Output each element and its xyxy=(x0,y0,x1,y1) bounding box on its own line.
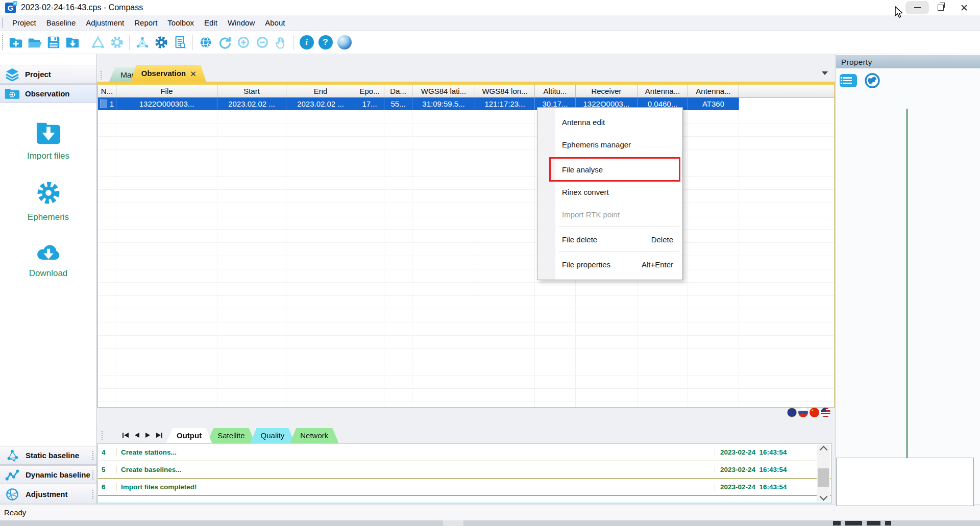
google-earth-icon[interactable] xyxy=(335,33,354,52)
menubar-grip[interactable] xyxy=(2,18,4,28)
menu-window[interactable]: Window xyxy=(223,18,260,27)
menu-item-file-delete[interactable]: File deleteDelete xyxy=(555,228,682,251)
globe-icon[interactable] xyxy=(864,72,880,89)
menu-project[interactable]: Project xyxy=(7,18,41,27)
sidebar-button-adjustment[interactable]: Adjustment xyxy=(0,485,96,504)
grid-line xyxy=(217,110,217,407)
column-header-da-[interactable]: Da... xyxy=(384,85,412,97)
process-gear-icon[interactable] xyxy=(152,33,170,52)
sidebar-button-dynamic-baseline[interactable]: Dynamic baseline xyxy=(0,465,96,484)
tabrow-grip[interactable] xyxy=(100,70,102,80)
menu-item-label: Antenna edit xyxy=(562,118,605,127)
scroll-down-icon[interactable] xyxy=(819,493,827,501)
close-tab-icon[interactable] xyxy=(190,71,195,76)
column-header-n-[interactable]: N... xyxy=(98,85,116,97)
observation-label: Observation xyxy=(25,89,70,98)
info-icon[interactable]: i xyxy=(297,33,316,52)
scrollbar-thumb[interactable] xyxy=(818,468,829,487)
menu-item-ephemeris-manager[interactable]: Ephemeris manager xyxy=(555,133,682,156)
log-nav-last-icon[interactable] xyxy=(153,433,165,438)
toolbar-grip[interactable] xyxy=(2,35,4,50)
zoom-in-icon[interactable] xyxy=(234,33,253,52)
sidebar-tool-ephemeris[interactable]: Ephemeris xyxy=(0,179,96,222)
grid-line xyxy=(355,110,355,407)
sidebar-bottom-buttons: Static baselineDynamic baselineAdjustmen… xyxy=(0,445,96,504)
tab-observation[interactable]: Observation xyxy=(131,65,206,82)
menu-adjustment[interactable]: Adjustment xyxy=(81,18,129,27)
cell-da-: 55... xyxy=(384,97,412,110)
cell-value: 17... xyxy=(362,99,377,108)
new-project-icon[interactable] xyxy=(6,33,25,52)
sidebar-panel-project[interactable]: Project xyxy=(0,65,96,84)
column-header-file[interactable]: File xyxy=(116,85,217,97)
column-header-start[interactable]: Start xyxy=(217,85,286,97)
sidebar-panel-observation[interactable]: Observation xyxy=(0,84,96,103)
grid-line xyxy=(286,110,286,407)
property-panel-header: Property xyxy=(836,55,980,68)
refresh-icon[interactable] xyxy=(215,33,234,52)
save-project-icon[interactable] xyxy=(44,33,63,52)
sidebar-tool-download[interactable]: Download xyxy=(0,240,96,279)
sidebar-button-static-baseline[interactable]: Static baseline xyxy=(0,446,96,465)
list-icon[interactable] xyxy=(840,74,857,87)
import-files-icon[interactable] xyxy=(63,33,82,52)
folder-gear-icon xyxy=(4,87,20,100)
column-header-end[interactable]: End xyxy=(286,85,355,97)
column-header-altitu-[interactable]: Altitu... xyxy=(535,85,576,97)
log-row-message: Create stations... xyxy=(116,448,715,456)
column-header-wgs84-lon-[interactable]: WGS84 lon... xyxy=(475,85,535,97)
log-row: 6Import files completed!2023-02-24 16:43… xyxy=(98,479,831,496)
cell-value: 31:09:59.5... xyxy=(422,99,464,108)
log-nav-first-icon[interactable] xyxy=(119,433,132,438)
log-row: 4Create stations...2023-02-24 16:43:54 xyxy=(98,444,831,461)
sidebar-tool-import-files[interactable]: Import files xyxy=(0,120,96,161)
tab-overflow-caret-icon[interactable] xyxy=(822,71,828,75)
project-label: Project xyxy=(25,70,51,79)
tab-quality[interactable]: Quality xyxy=(251,428,295,443)
zoom-out-icon[interactable] xyxy=(253,33,272,52)
cell-value: 2023.02.02 ... xyxy=(297,99,344,108)
tab-output[interactable]: Output xyxy=(166,428,212,443)
menu-edit[interactable]: Edit xyxy=(199,18,223,27)
report-doc-icon[interactable] xyxy=(170,33,189,52)
network-adjustment-icon[interactable] xyxy=(133,33,152,52)
cell-n-: 1 xyxy=(98,97,116,110)
menu-item-antenna-edit[interactable]: Antenna edit xyxy=(555,111,682,133)
menu-item-rinex-convert[interactable]: Rinex convert xyxy=(555,181,682,203)
menu-item-label: Ephemeris manager xyxy=(562,140,631,149)
log-nav-next-icon[interactable] xyxy=(142,433,153,438)
open-project-icon[interactable] xyxy=(25,33,44,52)
tab-network[interactable]: Network xyxy=(290,428,338,443)
tab-satellite[interactable]: Satellite xyxy=(207,428,255,443)
menu-about[interactable]: About xyxy=(260,18,290,27)
property-panel: Property xyxy=(835,54,980,504)
menu-baseline[interactable]: Baseline xyxy=(41,18,81,27)
grid-line xyxy=(475,110,475,407)
cell-value: 2023.02.02 ... xyxy=(228,99,275,108)
menu-report[interactable]: Report xyxy=(129,18,162,27)
help-icon[interactable]: ? xyxy=(316,33,335,52)
pan-hand-icon[interactable] xyxy=(272,33,290,52)
minimize-button[interactable] xyxy=(905,1,929,14)
menu-item-shortcut: Alt+Enter xyxy=(642,260,678,269)
menu-item-file-analyse[interactable]: File analyse xyxy=(555,158,682,181)
output-log-rows: 4Create stations...2023-02-24 16:43:545C… xyxy=(98,444,831,496)
context-menu: Antenna editEphemeris managerFile analys… xyxy=(537,107,683,280)
close-button[interactable] xyxy=(952,1,976,15)
free-network-icon[interactable] xyxy=(88,33,107,52)
restore-button[interactable] xyxy=(929,1,952,15)
column-header-epo-[interactable]: Epo... xyxy=(355,85,384,97)
menu-item-file-properties[interactable]: File propertiesAlt+Enter xyxy=(555,253,682,275)
column-header-antenna-[interactable]: Antenna... xyxy=(688,85,739,97)
menu-toolbox[interactable]: Toolbox xyxy=(162,18,199,27)
settings-gear-icon[interactable] xyxy=(107,33,126,52)
world-globe-icon[interactable] xyxy=(196,33,215,52)
log-nav-prev-icon[interactable] xyxy=(132,433,142,438)
bottom-row-grip[interactable] xyxy=(101,431,103,440)
scroll-up-icon[interactable] xyxy=(819,446,827,454)
column-header-wgs84-lati-[interactable]: WGS84 lati... xyxy=(412,85,475,97)
column-header-receiver[interactable]: Receiver xyxy=(576,85,638,97)
column-header-antenna-[interactable]: Antenna... xyxy=(638,85,688,97)
flag-eu-icon xyxy=(787,408,797,417)
log-row-message: Create baselines... xyxy=(116,466,715,473)
